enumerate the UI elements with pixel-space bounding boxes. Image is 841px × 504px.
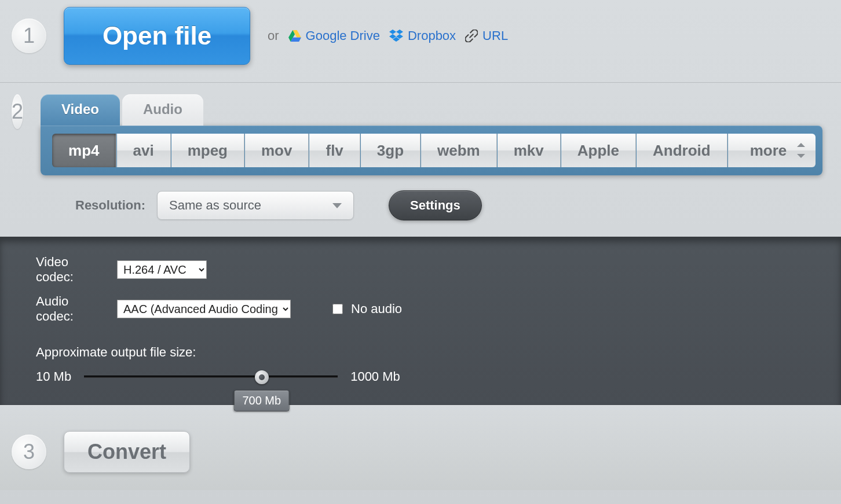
no-audio-label: No audio: [351, 301, 402, 317]
format-apple[interactable]: Apple: [561, 134, 636, 167]
open-file-button[interactable]: Open file: [64, 7, 250, 65]
no-audio-checkbox[interactable]: [332, 304, 343, 314]
or-label: or: [268, 28, 279, 43]
step-1-badge: 1: [12, 19, 46, 53]
video-codec-select[interactable]: H.264 / AVC: [117, 260, 207, 279]
size-slider[interactable]: 700 Mb: [84, 376, 338, 378]
step-3-badge: 3: [12, 435, 46, 469]
audio-codec-select[interactable]: AAC (Advanced Audio Coding): [117, 300, 291, 318]
step-2-section: 2 Video Audio mp4 avi mpeg mov flv 3gp w…: [0, 82, 841, 175]
size-slider-handle[interactable]: [255, 370, 269, 384]
source-options: or Google Drive Dropbox URL: [268, 28, 508, 43]
format-more[interactable]: more: [728, 134, 816, 167]
tab-audio[interactable]: Audio: [122, 94, 203, 126]
url-link[interactable]: URL: [465, 28, 508, 43]
resolution-row: Resolution: Same as source Settings: [0, 175, 841, 237]
size-value-badge: 700 Mb: [233, 390, 290, 411]
size-max-label: 1000 Mb: [350, 369, 400, 384]
step-1-section: 1 Open file or Google Drive Dropbox: [0, 0, 841, 82]
google-drive-icon: [288, 30, 301, 42]
google-drive-label: Google Drive: [306, 28, 380, 43]
size-min-label: 10 Mb: [36, 369, 71, 384]
format-android[interactable]: Android: [637, 134, 727, 167]
step-3-section: 3 Convert: [0, 405, 841, 490]
google-drive-link[interactable]: Google Drive: [288, 28, 380, 43]
settings-button[interactable]: Settings: [389, 190, 482, 220]
format-mov[interactable]: mov: [245, 134, 309, 167]
settings-panel: Video codec: H.264 / AVC Audio codec: AA…: [0, 237, 841, 405]
format-mp4[interactable]: mp4: [52, 134, 116, 167]
dropbox-link[interactable]: Dropbox: [389, 28, 456, 43]
format-type-tabs: Video Audio: [41, 94, 822, 126]
format-3gp[interactable]: 3gp: [361, 134, 421, 167]
audio-codec-label: Audio codec:: [36, 294, 108, 324]
convert-button[interactable]: Convert: [64, 431, 190, 473]
format-avi[interactable]: avi: [117, 134, 171, 167]
format-flv[interactable]: flv: [309, 134, 360, 167]
step-2-badge: 2: [12, 94, 23, 129]
format-panel: mp4 avi mpeg mov flv 3gp webm mkv Apple …: [41, 126, 822, 175]
format-mkv[interactable]: mkv: [498, 134, 561, 167]
video-codec-label: Video codec:: [36, 255, 108, 285]
format-webm[interactable]: webm: [421, 134, 497, 167]
dropbox-icon: [389, 30, 403, 42]
resolution-select[interactable]: Same as source: [157, 191, 354, 220]
format-mpeg[interactable]: mpeg: [171, 134, 244, 167]
link-icon: [465, 30, 478, 42]
chevron-down-icon: [332, 203, 342, 208]
dropbox-label: Dropbox: [408, 28, 456, 43]
output-size-label: Approximate output file size:: [36, 345, 841, 360]
tab-video[interactable]: Video: [41, 94, 120, 126]
no-audio-option[interactable]: No audio: [332, 301, 402, 317]
resolution-label: Resolution:: [75, 198, 145, 213]
url-label: URL: [482, 28, 508, 43]
resolution-value: Same as source: [169, 198, 261, 213]
